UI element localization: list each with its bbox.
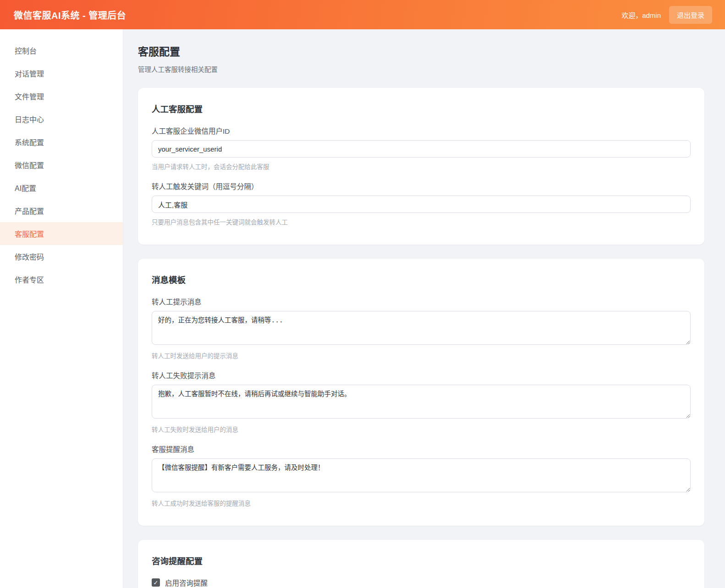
sidebar: 控制台 对话管理 文件管理 日志中心 系统配置 微信配置 AI配置 产品配置 客… — [0, 29, 123, 588]
welcome-text: 欢迎，admin — [621, 10, 661, 20]
transfer-fail-textarea[interactable]: 抱歉，人工客服暂时不在线，请稍后再试或继续与智能助手对话。 — [152, 385, 691, 419]
page-subtitle: 管理人工客服转接相关配置 — [138, 64, 704, 74]
message-templates-card: 消息模板 转人工提示消息 好的，正在为您转接人工客服，请稍等... 转人工时发送… — [138, 259, 704, 526]
transfer-fail-field: 转人工失败提示消息 抱歉，人工客服暂时不在线，请稍后再试或继续与智能助手对话。 … — [152, 370, 691, 434]
transfer-keywords-field: 转人工触发关键词（用逗号分隔） 只要用户消息包含其中任一关键词就会触发转人工 — [152, 181, 691, 226]
transfer-prompt-textarea[interactable]: 好的，正在为您转接人工客服，请稍等... — [152, 311, 691, 345]
enable-notify-checkbox[interactable]: ✓ — [152, 578, 160, 587]
transfer-prompt-field: 转人工提示消息 好的，正在为您转接人工客服，请稍等... 转人工时发送给用户的提… — [152, 296, 691, 360]
header-right: 欢迎，admin 退出登录 — [621, 6, 712, 24]
enable-notify-checkbox-row[interactable]: ✓ 启用咨询提醒 — [152, 577, 691, 588]
checkmark-icon: ✓ — [154, 580, 159, 586]
sidebar-item-ai-config[interactable]: AI配置 — [0, 176, 123, 199]
transfer-prompt-label: 转人工提示消息 — [152, 296, 691, 306]
transfer-fail-hint: 转人工失败时发送给用户的消息 — [152, 425, 691, 434]
app-title: 微信客服AI系统 - 管理后台 — [14, 8, 126, 22]
transfer-fail-label: 转人工失败提示消息 — [152, 370, 691, 380]
sidebar-item-conversations[interactable]: 对话管理 — [0, 62, 123, 85]
notify-config-card: 咨询提醒配置 ✓ 启用咨询提醒 当有用户咨询AI时，自动提醒人工客服 — [138, 540, 704, 588]
servicer-config-card-title: 人工客服配置 — [152, 103, 691, 114]
sidebar-item-logs[interactable]: 日志中心 — [0, 108, 123, 131]
main-content: 客服配置 管理人工客服转接相关配置 人工客服配置 人工客服企业微信用户ID 当用… — [123, 29, 725, 588]
service-reminder-field: 客服提醒消息 【微信客服提醒】有新客户需要人工服务，请及时处理！ 转人工成功时发… — [152, 444, 691, 507]
servicer-userid-hint: 当用户请求转人工时，会话会分配给此客服 — [152, 162, 691, 171]
servicer-userid-label: 人工客服企业微信用户ID — [152, 125, 691, 136]
service-reminder-hint: 转人工成功时发送给客服的提醒消息 — [152, 498, 691, 507]
sidebar-item-dashboard[interactable]: 控制台 — [0, 39, 123, 62]
servicer-config-card: 人工客服配置 人工客服企业微信用户ID 当用户请求转人工时，会话会分配给此客服 … — [138, 88, 704, 245]
message-templates-card-title: 消息模板 — [152, 273, 691, 285]
page-title: 客服配置 — [138, 43, 704, 59]
transfer-keywords-hint: 只要用户消息包含其中任一关键词就会触发转人工 — [152, 217, 691, 226]
transfer-keywords-input[interactable] — [152, 196, 691, 213]
sidebar-item-files[interactable]: 文件管理 — [0, 85, 123, 108]
sidebar-item-author-zone[interactable]: 作者专区 — [0, 268, 123, 291]
service-reminder-textarea[interactable]: 【微信客服提醒】有新客户需要人工服务，请及时处理！ — [152, 458, 691, 492]
transfer-prompt-hint: 转人工时发送给用户的提示消息 — [152, 351, 691, 360]
servicer-userid-field: 人工客服企业微信用户ID 当用户请求转人工时，会话会分配给此客服 — [152, 125, 691, 171]
enable-notify-label: 启用咨询提醒 — [165, 577, 208, 588]
servicer-userid-input[interactable] — [152, 140, 691, 158]
sidebar-item-wechat-config[interactable]: 微信配置 — [0, 153, 123, 176]
logout-button[interactable]: 退出登录 — [669, 6, 712, 24]
sidebar-item-product-config[interactable]: 产品配置 — [0, 199, 123, 222]
notify-config-card-title: 咨询提醒配置 — [152, 555, 691, 566]
app-header: 微信客服AI系统 - 管理后台 欢迎，admin 退出登录 — [0, 0, 725, 29]
sidebar-item-system-config[interactable]: 系统配置 — [0, 131, 123, 153]
sidebar-item-service-config[interactable]: 客服配置 — [0, 222, 123, 245]
service-reminder-label: 客服提醒消息 — [152, 444, 691, 454]
sidebar-item-change-password[interactable]: 修改密码 — [0, 245, 123, 268]
transfer-keywords-label: 转人工触发关键词（用逗号分隔） — [152, 181, 691, 191]
